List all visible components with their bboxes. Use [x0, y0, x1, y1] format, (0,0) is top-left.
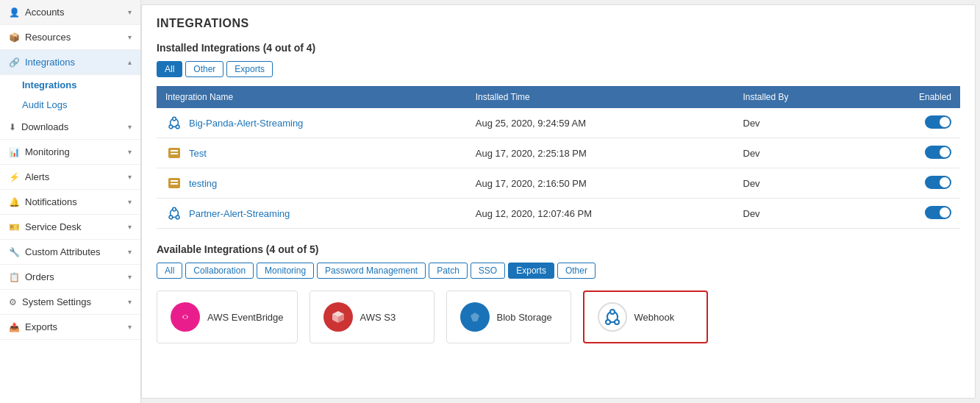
sidebar-item-integrations[interactable]: 🔗 Integrations ▴ [0, 50, 140, 75]
enabled-toggle[interactable] [925, 206, 951, 219]
installed-integrations-section: Installed Integrations (4 out of 4) All … [157, 42, 960, 229]
cell-name: testing [157, 168, 467, 199]
sidebar-item-system-settings[interactable]: ⚙ System Settings ▾ [0, 290, 140, 315]
card-webhook[interactable]: Webhook [583, 290, 708, 343]
cell-name: Test [157, 138, 467, 168]
main-content: INTEGRATIONS Installed Integrations (4 o… [141, 4, 976, 399]
chevron-down-icon: ▾ [128, 323, 132, 331]
col-integration-name: Integration Name [157, 86, 467, 108]
filter-btn-other[interactable]: Other [185, 61, 223, 77]
table-row: Big-Panda-Alert-Streaming Aug 25, 2020, … [157, 108, 960, 138]
notifications-icon: 🔔 [9, 197, 20, 207]
aws-s3-icon [323, 302, 353, 332]
sidebar-item-resources[interactable]: 📦 Resources ▾ [0, 25, 140, 50]
chevron-down-icon: ▾ [128, 8, 132, 16]
sidebar-item-alerts[interactable]: ⚡ Alerts ▾ [0, 165, 140, 190]
exports-icon: 📤 [9, 322, 20, 332]
integration-name-link[interactable]: Partner-Alert-Streaming [189, 208, 290, 219]
filter-btn-all[interactable]: All [157, 61, 182, 77]
accounts-icon: 👤 [9, 7, 20, 18]
svg-point-13 [184, 315, 187, 319]
col-installed-by: Installed By [734, 86, 861, 108]
sidebar-item-label: Monitoring [25, 146, 70, 157]
chevron-down-icon: ▾ [128, 173, 132, 181]
sidebar-item-exports[interactable]: 📤 Exports ▾ [0, 315, 140, 340]
cell-installed-by: Dev [734, 138, 861, 168]
sidebar-item-orders[interactable]: 📋 Orders ▾ [0, 265, 140, 290]
card-aws-eventbridge[interactable]: AWS EventBridge [157, 290, 298, 343]
avail-filter-patch[interactable]: Patch [429, 263, 468, 279]
integrations-icon: 🔗 [9, 57, 20, 68]
enabled-toggle[interactable] [925, 176, 951, 189]
enabled-toggle[interactable] [925, 115, 951, 129]
cell-installed-by: Dev [734, 199, 861, 229]
svg-point-22 [610, 310, 615, 314]
monitoring-icon: 📊 [9, 147, 20, 157]
sidebar-item-label: Custom Attributes [25, 246, 101, 257]
sidebar-item-label: Accounts [25, 7, 64, 18]
avail-filter-other[interactable]: Other [557, 263, 595, 279]
available-section-title: Available Integrations (4 out of 5) [157, 243, 960, 255]
resources-icon: 📦 [9, 32, 20, 43]
sidebar-item-label: Notifications [25, 196, 77, 207]
sidebar-item-label: Exports [25, 321, 57, 332]
sidebar-item-downloads[interactable]: ⬇ Downloads ▾ [0, 115, 140, 140]
table-row: Partner-Alert-Streaming Aug 12, 2020, 12… [157, 199, 960, 229]
table-row: testing Aug 17, 2020, 2:16:50 PM Dev [157, 168, 960, 199]
integration-icon [165, 204, 183, 222]
sidebar-item-custom-attributes[interactable]: 🔧 Custom Attributes ▾ [0, 240, 140, 265]
sidebar-sub-integrations[interactable]: Integrations [0, 75, 140, 95]
chevron-down-icon: ▾ [128, 198, 132, 206]
card-aws-s3[interactable]: AWS S3 [310, 290, 434, 343]
avail-filter-sso[interactable]: SSO [471, 263, 505, 279]
chevron-down-icon: ▾ [128, 248, 132, 256]
svg-rect-4 [171, 150, 178, 151]
alerts-icon: ⚡ [9, 172, 20, 182]
integration-name-link[interactable]: testing [189, 178, 217, 189]
sidebar-item-label: Service Desk [25, 221, 82, 232]
col-installed-time: Installed Time [467, 86, 734, 108]
cell-installed-time: Aug 17, 2020, 2:16:50 PM [467, 168, 734, 199]
chevron-down-icon: ▾ [128, 223, 132, 231]
available-filter-buttons: All Collaboration Monitoring Password Ma… [157, 263, 960, 279]
available-integrations-section: Available Integrations (4 out of 5) All … [157, 243, 960, 343]
sidebar-item-service-desk[interactable]: 🎫 Service Desk ▾ [0, 215, 140, 240]
orders-icon: 📋 [9, 272, 20, 282]
cell-installed-by: Dev [734, 168, 861, 199]
avail-filter-collaboration[interactable]: Collaboration [185, 263, 254, 279]
custom-attributes-icon: 🔧 [9, 247, 20, 257]
cell-name: Big-Panda-Alert-Streaming [157, 108, 467, 138]
sidebar-item-notifications[interactable]: 🔔 Notifications ▾ [0, 190, 140, 215]
sidebar-item-accounts[interactable]: 👤 Accounts ▾ [0, 0, 140, 25]
avail-filter-monitoring[interactable]: Monitoring [257, 263, 314, 279]
sidebar-sub-audit-logs[interactable]: Audit Logs [0, 95, 140, 115]
avail-filter-exports[interactable]: Exports [508, 263, 554, 279]
avail-filter-all[interactable]: All [157, 263, 182, 279]
enabled-toggle[interactable] [925, 146, 951, 159]
cell-installed-time: Aug 12, 2020, 12:07:46 PM [467, 199, 734, 229]
integration-name-link[interactable]: Big-Panda-Alert-Streaming [189, 118, 303, 129]
svg-point-2 [173, 117, 176, 121]
svg-point-11 [173, 207, 176, 211]
filter-btn-exports[interactable]: Exports [226, 61, 273, 77]
aws-s3-label: AWS S3 [360, 312, 396, 323]
avail-filter-password-management[interactable]: Password Management [317, 263, 426, 279]
integration-icon [165, 144, 183, 162]
cell-installed-by: Dev [734, 108, 861, 138]
service-desk-icon: 🎫 [9, 222, 20, 232]
chevron-down-icon: ▾ [128, 298, 132, 306]
chevron-down-icon: ▾ [128, 33, 132, 41]
cell-installed-time: Aug 17, 2020, 2:25:18 PM [467, 138, 734, 168]
card-blob-storage[interactable]: Blob Storage [446, 290, 571, 343]
sidebar-item-label: Downloads [21, 121, 68, 132]
blob-storage-label: Blob Storage [497, 312, 552, 323]
integration-name-link[interactable]: Test [189, 148, 207, 159]
cell-installed-time: Aug 25, 2020, 9:24:59 AM [467, 108, 734, 138]
table-row: Test Aug 17, 2020, 2:25:18 PM Dev [157, 138, 960, 168]
sidebar-item-monitoring[interactable]: 📊 Monitoring ▾ [0, 140, 140, 165]
sidebar-item-label: System Settings [22, 296, 91, 307]
installed-filter-buttons: All Other Exports [157, 61, 960, 77]
chevron-up-icon: ▴ [128, 58, 132, 66]
svg-rect-8 [171, 183, 178, 185]
integrations-table: Integration Name Installed Time Installe… [157, 86, 960, 229]
